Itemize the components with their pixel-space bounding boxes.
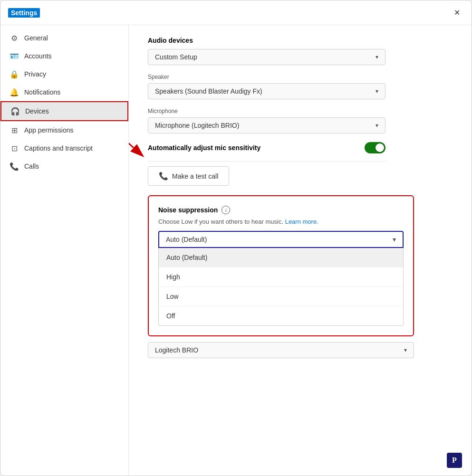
- test-call-button[interactable]: 📞 Make a test call: [148, 166, 229, 186]
- noise-dropdown-active[interactable]: Auto (Default) ▾ Auto (Default) High Low: [158, 231, 404, 326]
- chevron-down-icon: ▾: [376, 88, 378, 95]
- sidebar-item-general[interactable]: ⚙ General: [0, 29, 128, 47]
- sidebar-item-label: Notifications: [24, 88, 60, 96]
- speaker-container: Speaker Speakers (Sound Blaster Audigy F…: [148, 74, 453, 99]
- window-content: ⚙ General 🪪 Accounts 🔒 Privacy 🔔 Notific…: [0, 25, 472, 476]
- sidebar-item-label: Captions and transcript: [24, 144, 93, 152]
- sidebar: ⚙ General 🪪 Accounts 🔒 Privacy 🔔 Notific…: [0, 25, 129, 476]
- phone-icon: 📞: [10, 162, 19, 171]
- noise-option-high[interactable]: High: [159, 267, 403, 287]
- lock-icon: 🔒: [10, 70, 19, 78]
- gear-icon: ⚙: [10, 34, 19, 42]
- audio-devices-value: Custom Setup: [155, 53, 197, 61]
- bottom-dropdown-section: Logitech BRIO ▾: [148, 342, 453, 358]
- svg-line-1: [129, 110, 134, 148]
- sidebar-item-label: Calls: [24, 162, 39, 170]
- auto-adjust-toggle[interactable]: [365, 142, 385, 153]
- sidebar-item-devices[interactable]: 🎧 Devices: [0, 101, 128, 121]
- noise-dropdown-list: Auto (Default) High Low Off: [158, 248, 404, 326]
- headset-icon: 🎧: [11, 107, 19, 115]
- divider: [148, 161, 385, 162]
- perplexity-icon: P: [447, 453, 462, 468]
- microphone-dropdown[interactable]: Microphone (Logitech BRIO) ▾: [148, 117, 385, 133]
- noise-option-auto[interactable]: Auto (Default): [159, 248, 403, 267]
- sidebar-item-calls[interactable]: 📞 Calls: [0, 157, 128, 175]
- sidebar-item-captions[interactable]: ⊡ Captions and transcript: [0, 139, 128, 157]
- sidebar-item-label: General: [24, 34, 48, 42]
- learn-more-link[interactable]: Learn more.: [285, 218, 318, 225]
- audio-devices-dropdown[interactable]: Custom Setup ▾: [148, 49, 385, 65]
- sidebar-item-label: Privacy: [24, 70, 46, 78]
- auto-adjust-row: Automatically adjust mic sensitivity: [148, 142, 385, 153]
- chevron-down-icon: ▾: [376, 122, 378, 129]
- chevron-down-icon: ▾: [393, 236, 396, 243]
- sidebar-item-label: App permissions: [24, 126, 74, 134]
- settings-window: Settings ✕ ⚙ General 🪪 Accounts 🔒 Privac…: [0, 0, 472, 476]
- microphone-value: Microphone (Logitech BRIO): [155, 122, 239, 129]
- title-bar: Settings ✕: [0, 0, 472, 25]
- noise-suppression-box: Noise suppression i Choose Low if you wa…: [148, 195, 414, 336]
- noise-option-off[interactable]: Off: [159, 306, 403, 325]
- audio-devices-dropdown-container: Custom Setup ▾: [148, 49, 453, 65]
- perplexity-badge: P: [447, 453, 462, 468]
- close-button[interactable]: ✕: [450, 6, 464, 19]
- chevron-down-icon: ▾: [404, 347, 407, 353]
- main-panel: Audio devices Custom Setup ▾ Speaker Spe…: [129, 25, 472, 476]
- grid-icon: ⊞: [10, 126, 19, 134]
- sidebar-item-app-permissions[interactable]: ⊞ App permissions: [0, 121, 128, 139]
- sidebar-item-notifications[interactable]: 🔔 Notifications: [0, 83, 128, 101]
- noise-suppression-title: Noise suppression: [158, 206, 218, 214]
- accounts-icon: 🪪: [10, 52, 19, 60]
- phone-call-icon: 📞: [159, 171, 168, 181]
- noise-dropdown-header[interactable]: Auto (Default) ▾: [158, 231, 404, 248]
- captions-icon: ⊡: [10, 144, 19, 152]
- bell-icon: 🔔: [10, 88, 19, 96]
- sidebar-item-accounts[interactable]: 🪪 Accounts: [0, 47, 128, 65]
- bottom-dropdown-value: Logitech BRIO: [155, 346, 198, 354]
- auto-adjust-label: Automatically adjust mic sensitivity: [148, 144, 260, 152]
- microphone-label: Microphone: [148, 108, 453, 114]
- bottom-dropdown[interactable]: Logitech BRIO ▾: [148, 342, 414, 358]
- sidebar-item-label: Accounts: [24, 52, 52, 60]
- microphone-container: Microphone Microphone (Logitech BRIO) ▾: [148, 108, 453, 133]
- info-icon[interactable]: i: [222, 206, 230, 214]
- sidebar-item-label: Devices: [25, 107, 49, 115]
- chevron-down-icon: ▾: [376, 54, 378, 60]
- noise-title-row: Noise suppression i: [158, 206, 404, 214]
- audio-devices-title: Audio devices: [148, 37, 453, 44]
- speaker-value: Speakers (Sound Blaster Audigy Fx): [155, 87, 262, 95]
- noise-option-low[interactable]: Low: [159, 287, 403, 306]
- window-title: Settings: [8, 8, 40, 18]
- noise-selected-value: Auto (Default): [166, 236, 207, 243]
- noise-description: Choose Low if you want others to hear mu…: [158, 218, 404, 225]
- speaker-dropdown[interactable]: Speakers (Sound Blaster Audigy Fx) ▾: [148, 83, 385, 99]
- sidebar-item-privacy[interactable]: 🔒 Privacy: [0, 65, 128, 83]
- test-call-label: Make a test call: [172, 172, 218, 180]
- speaker-label: Speaker: [148, 74, 453, 80]
